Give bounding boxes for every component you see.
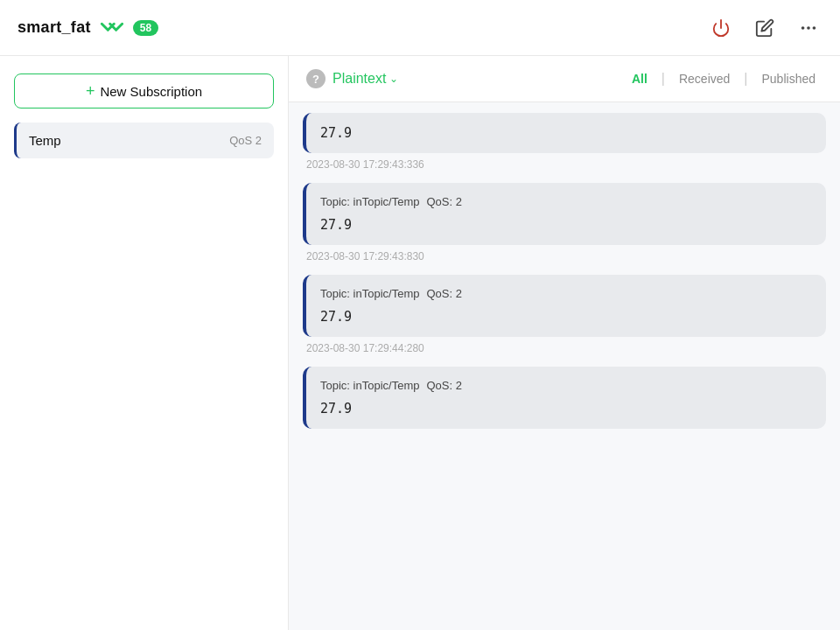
message-group-4: Topic: inTopic/Temp QoS: 2 27.9: [303, 367, 826, 432]
main-layout: + New Subscription Temp QoS 2 ? Plaintex…: [0, 56, 840, 630]
header-left: smart_fat 58: [18, 18, 158, 37]
message-topic: Topic: inTopic/Temp: [320, 379, 419, 392]
sidebar: + New Subscription Temp QoS 2: [0, 56, 289, 630]
message-timestamp: 2023-08-30 17:29:44:280: [303, 340, 826, 363]
message-qos: QoS: 2: [426, 379, 461, 392]
plus-icon: +: [86, 83, 95, 99]
message-card-header: Topic: inTopic/Temp QoS: 2: [320, 195, 812, 208]
filter-divider-2: |: [744, 71, 747, 87]
message-group-3: Topic: inTopic/Temp QoS: 2 27.9 2023-08-…: [303, 275, 826, 363]
message-value: 27.9: [320, 125, 812, 141]
message-value: 27.9: [320, 217, 812, 233]
subscription-name: Temp: [29, 133, 61, 148]
message-card: Topic: inTopic/Temp QoS: 2 27.9: [303, 275, 826, 337]
message-card-partial: 27.9: [303, 113, 826, 153]
messages-list: 27.9 2023-08-30 17:29:43:336 Topic: inTo…: [289, 102, 840, 630]
edit-icon[interactable]: [751, 14, 779, 42]
connection-badge: 58: [133, 20, 158, 36]
header: smart_fat 58: [0, 0, 840, 56]
message-topic: Topic: inTopic/Temp: [320, 287, 419, 300]
message-timestamp: 2023-08-30 17:29:43:830: [303, 248, 826, 271]
filter-tabs: All | Received | Published: [625, 68, 822, 89]
format-label: Plaintext: [332, 71, 386, 87]
info-icon[interactable]: ?: [306, 69, 326, 88]
content-header: ? Plaintext ⌄ All | Received | Published: [289, 56, 840, 102]
subscription-item[interactable]: Temp QoS 2: [14, 122, 274, 158]
message-timestamp: 2023-08-30 17:29:43:336: [303, 157, 826, 179]
more-icon[interactable]: [794, 14, 822, 42]
message-card: Topic: inTopic/Temp QoS: 2 27.9: [303, 367, 826, 429]
content-header-left: ? Plaintext ⌄: [306, 69, 398, 88]
message-card-header: Topic: inTopic/Temp QoS: 2: [320, 287, 812, 300]
message-value: 27.9: [320, 309, 812, 325]
filter-tab-published[interactable]: Published: [755, 68, 823, 89]
subscription-qos: QoS 2: [229, 134, 262, 147]
message-topic: Topic: inTopic/Temp: [320, 195, 419, 208]
power-icon[interactable]: [707, 14, 735, 42]
svg-point-3: [813, 26, 816, 30]
filter-divider-1: |: [662, 71, 665, 87]
message-qos: QoS: 2: [426, 287, 461, 300]
message-card-header: Topic: inTopic/Temp QoS: 2: [320, 379, 812, 392]
svg-point-1: [802, 26, 805, 30]
format-chevron-icon: ⌄: [389, 73, 398, 85]
svg-point-2: [807, 26, 810, 30]
filter-tab-received[interactable]: Received: [672, 68, 737, 89]
message-group-2: Topic: inTopic/Temp QoS: 2 27.9 2023-08-…: [303, 183, 826, 271]
message-value: 27.9: [320, 401, 812, 416]
format-selector[interactable]: Plaintext ⌄: [332, 71, 398, 87]
content-area: ? Plaintext ⌄ All | Received | Published…: [289, 56, 840, 630]
app-title: smart_fat: [18, 18, 91, 37]
header-right: [707, 14, 822, 42]
message-qos: QoS: 2: [426, 195, 461, 208]
filter-tab-all[interactable]: All: [625, 68, 654, 89]
message-group-1: 27.9 2023-08-30 17:29:43:336: [303, 113, 826, 179]
new-subscription-label: New Subscription: [100, 84, 202, 99]
new-subscription-button[interactable]: + New Subscription: [14, 74, 274, 108]
message-card: Topic: inTopic/Temp QoS: 2 27.9: [303, 183, 826, 245]
chevron-down-icon: [100, 21, 124, 35]
